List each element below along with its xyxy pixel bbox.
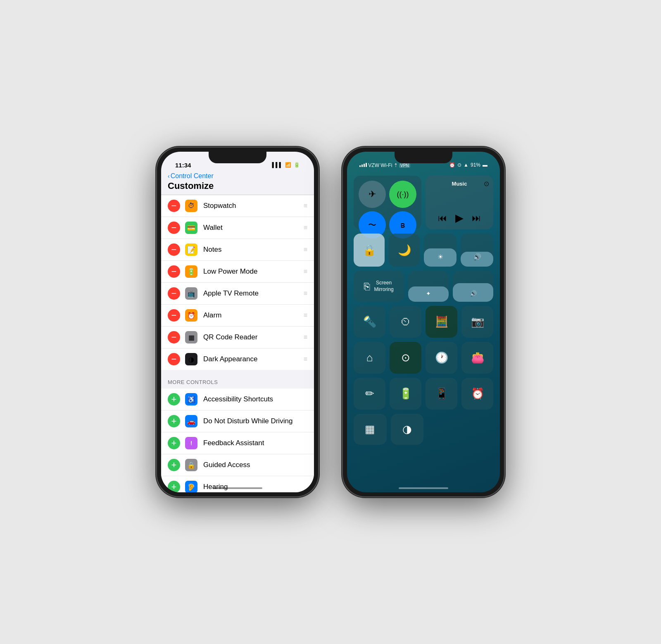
battery-cc-button[interactable]: 🔋 <box>390 378 421 410</box>
item-label: Notes <box>203 246 304 254</box>
item-label: Alarm <box>203 311 304 320</box>
prev-track-button[interactable]: ⏮ <box>438 213 447 224</box>
screen-record-button[interactable]: ⊙ <box>390 342 421 374</box>
item-label: Low Power Mode <box>203 267 304 276</box>
location-icon: ▲ <box>464 162 468 168</box>
add-button[interactable]: + <box>168 415 180 427</box>
music-tile[interactable]: ⊙ Music ⏮ ▶ ⏭ <box>426 176 493 229</box>
screen-mirroring-button[interactable]: ⎘ ScreenMirroring <box>354 271 404 302</box>
cc-row-6: ✏ 🔋 📱 ⏰ <box>354 378 493 410</box>
remove-button[interactable]: − <box>168 222 180 234</box>
drag-handle-icon[interactable]: ≡ <box>304 312 307 319</box>
qr-code-button[interactable]: ▦ <box>354 414 387 445</box>
hearing-icon: 🦻 <box>185 481 197 492</box>
add-button[interactable]: + <box>168 437 180 449</box>
flashlight-button[interactable]: 🔦 <box>354 306 385 338</box>
item-label: Accessibility Shortcuts <box>203 395 307 403</box>
stopwatch-icon: ⏱ <box>185 200 197 212</box>
play-pause-button[interactable]: ▶ <box>455 212 464 224</box>
qr-code-icon: ▦ <box>185 331 197 343</box>
battery-icon: ▬ <box>483 162 487 168</box>
wifi-icon: 📶 <box>285 162 291 168</box>
moon-icon: 🌙 <box>398 244 411 257</box>
list-item[interactable]: + ♿ Accessibility Shortcuts <box>161 389 314 410</box>
item-label: Feedback Assistant <box>203 439 307 447</box>
list-item[interactable]: + 🦻 Hearing <box>161 476 314 492</box>
settings-screen: ‹ Control Center Customize − ⏱ Stopwatch… <box>161 152 314 492</box>
remove-button[interactable]: − <box>168 287 180 300</box>
apple-tv-icon: 📺 <box>185 287 197 300</box>
clock-button[interactable]: 🕐 <box>426 342 457 374</box>
remove-button[interactable]: − <box>168 331 180 343</box>
item-label: Wallet <box>203 224 304 232</box>
list-item[interactable]: − 📝 Notes ≡ <box>161 239 314 261</box>
drag-handle-icon[interactable]: ≡ <box>304 355 307 363</box>
list-item[interactable]: − ▦ QR Code Reader ≡ <box>161 327 314 348</box>
screen-mirroring-icon: ⎘ <box>364 281 370 292</box>
list-item[interactable]: + 🚗 Do Not Disturb While Driving <box>161 410 314 432</box>
item-label: Guided Access <box>203 461 307 469</box>
airplane-mode-button[interactable]: ✈ <box>359 181 386 208</box>
list-item[interactable]: + 🔒 Guided Access <box>161 454 314 476</box>
clock-icon: 🕐 <box>435 351 448 364</box>
cc-row-network-music: ✈ ((·)) 〜 ʙ ⊙ Music ⏮ ▶ ⏭ <box>354 176 493 229</box>
camera-icon: 📷 <box>471 315 484 328</box>
drag-handle-icon[interactable]: ≡ <box>304 290 307 297</box>
remove-button[interactable]: − <box>168 265 180 278</box>
drag-handle-icon[interactable]: ≡ <box>304 268 307 275</box>
remote-button[interactable]: 📱 <box>426 378 457 410</box>
wallet-cc-button[interactable]: 👛 <box>461 342 493 374</box>
network-tile[interactable]: ✈ ((·)) 〜 ʙ <box>354 176 421 229</box>
list-item[interactable]: − ⏱ Stopwatch ≡ <box>161 195 314 217</box>
list-item[interactable]: − 📺 Apple TV Remote ≡ <box>161 283 314 305</box>
record-icon: ⊙ <box>401 351 410 364</box>
item-label: QR Code Reader <box>203 333 304 341</box>
next-track-button[interactable]: ⏭ <box>472 213 481 224</box>
remove-button[interactable]: − <box>168 353 180 365</box>
cc-row-controls: 🔒 🌙 ☀ <box>354 234 493 267</box>
brightness-slider[interactable]: ☀ <box>424 234 457 267</box>
volume-slider[interactable]: 🔊 <box>461 234 493 267</box>
drag-handle-icon[interactable]: ≡ <box>304 334 307 341</box>
battery-level: 91% <box>471 162 480 168</box>
remove-button[interactable]: − <box>168 309 180 322</box>
wallet-cc-icon: 👛 <box>471 351 484 364</box>
list-item[interactable]: − ◑ Dark Appearance ≡ <box>161 348 314 370</box>
right-phone-screen: VZW Wi-Fi ⇡ VPN ⏰ ⊙ ▲ 91% ▬ ✈ <box>347 152 500 492</box>
timer-icon: ⏲ <box>400 315 411 328</box>
alarm-cc-icon: ⏰ <box>471 387 484 400</box>
brightness-vertical[interactable]: ✦ <box>408 271 449 302</box>
alarm-cc-button[interactable]: ⏰ <box>461 378 493 410</box>
add-button[interactable]: + <box>168 459 180 471</box>
volume-vertical[interactable]: 🔊 <box>453 271 493 302</box>
add-button[interactable]: + <box>168 393 180 405</box>
list-item[interactable]: − 🔋 Low Power Mode ≡ <box>161 261 314 283</box>
remove-button[interactable]: − <box>168 200 180 212</box>
camera-button[interactable]: 📷 <box>461 306 493 338</box>
calculator-icon: 🧮 <box>435 315 448 328</box>
drag-handle-icon[interactable]: ≡ <box>304 202 307 210</box>
list-item[interactable]: − 💳 Wallet ≡ <box>161 217 314 239</box>
home-button[interactable]: ⌂ <box>354 342 385 374</box>
drag-handle-icon[interactable]: ≡ <box>304 224 307 231</box>
item-label: Hearing <box>203 483 307 491</box>
qr-code-icon: ▦ <box>365 423 375 436</box>
rotation-lock-button[interactable]: 🔒 <box>354 234 385 267</box>
remove-button[interactable]: − <box>168 243 180 256</box>
status-time: 11:34 <box>175 162 191 169</box>
drag-handle-icon[interactable]: ≡ <box>304 246 307 253</box>
airplay-icon[interactable]: ⊙ <box>484 180 489 188</box>
list-item[interactable]: + ! Feedback Assistant <box>161 432 314 454</box>
feedback-icon: ! <box>185 437 197 449</box>
left-phone-screen: 11:34 ▌▌▌ 📶 🔋 ‹ Control Center Customize <box>161 152 314 492</box>
right-phone: VZW Wi-Fi ⇡ VPN ⏰ ⊙ ▲ 91% ▬ ✈ <box>343 148 504 496</box>
do-not-disturb-button[interactable]: 🌙 <box>389 234 420 267</box>
timer-button[interactable]: ⏲ <box>390 306 421 338</box>
list-item[interactable]: − ⏰ Alarm ≡ <box>161 305 314 327</box>
cellular-button[interactable]: ((·)) <box>389 181 416 208</box>
notes-cc-button[interactable]: ✏ <box>354 378 385 410</box>
calculator-button[interactable]: 🧮 <box>426 306 457 338</box>
dark-mode-button[interactable]: ◑ <box>391 414 424 445</box>
add-button[interactable]: + <box>168 481 180 492</box>
vpn-badge: VPN <box>399 163 410 168</box>
